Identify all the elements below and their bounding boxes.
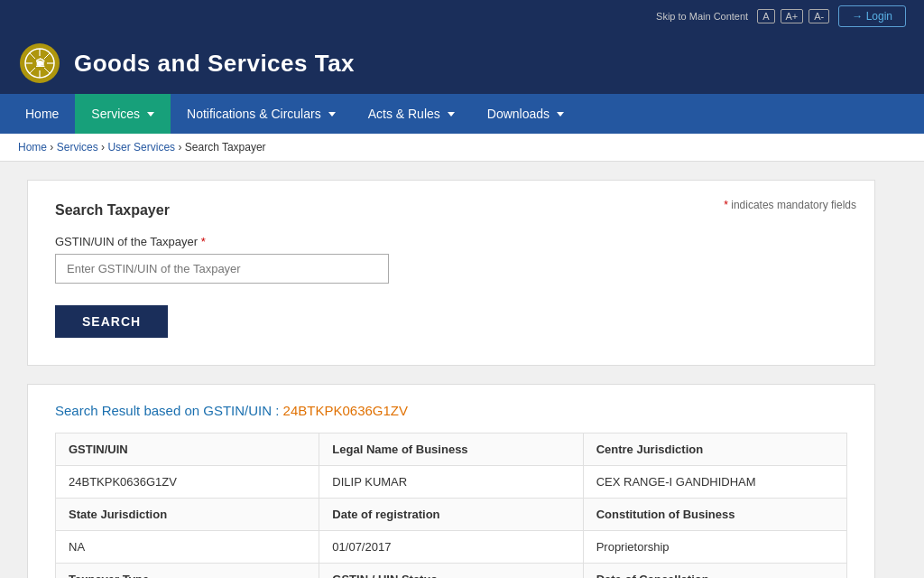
col-legal-name-value: DILIP KUMAR [319,466,583,499]
col-gstin-status-header: GSTIN / UIN Status [319,564,583,579]
skip-to-main-link[interactable]: Skip to Main Content [656,11,748,22]
site-header: 🏛 Goods and Services Tax [0,33,924,94]
downloads-dropdown-icon [557,112,564,117]
gstin-field-label: GSTIN/UIN of the Taxpayer * [55,235,847,248]
acts-dropdown-icon [448,112,455,117]
site-title: Goods and Services Tax [74,50,355,78]
result-gstin-value: 24BTKPK0636G1ZV [283,403,408,418]
nav-home-label: Home [25,107,59,121]
nav-downloads-label: Downloads [487,107,550,121]
col-centre-jurisdiction-header: Centre Jurisdiction [583,434,846,466]
mandatory-star: * [724,199,728,211]
top-bar: Skip to Main Content A A+ A- → Login [0,0,924,33]
services-dropdown-icon [147,112,154,117]
gstin-required-star: * [201,235,206,248]
nav-item-notifications[interactable]: Notifications & Circulars [171,94,352,134]
breadcrumb-current: Search Taxpayer [185,141,266,154]
result-title: Search Result based on GSTIN/UIN : 24BTK… [55,403,847,418]
breadcrumb-services[interactable]: Services [57,141,98,154]
col-date-registration-value: 01/07/2017 [319,531,583,564]
site-logo: 🏛 [18,42,61,85]
nav-acts-label: Acts & Rules [368,107,440,121]
top-bar-links: Skip to Main Content A A+ A- → Login [656,5,906,27]
col-constitution-value: Proprietorship [583,531,846,564]
svg-point-3 [37,61,42,66]
font-size-controls: A A+ A- [757,9,829,23]
table-row: 24BTKPK0636G1ZV DILIP KUMAR CEX RANGE-I … [56,466,847,499]
nav-item-services[interactable]: Services [75,94,171,134]
main-content: * indicates mandatory fields Search Taxp… [0,162,902,578]
nav-notifications-label: Notifications & Circulars [187,107,321,121]
search-button[interactable]: SEARCH [55,305,168,338]
col-gstin-value: 24BTKPK0636G1ZV [56,466,319,499]
login-icon: → [852,10,863,23]
nav-item-home[interactable]: Home [9,94,75,134]
table-row: Taxpayer Type GSTIN / UIN Status Date of… [56,564,847,579]
result-table: GSTIN/UIN Legal Name of Business Centre … [55,433,847,578]
mandatory-note: * indicates mandatory fields [724,199,856,211]
nav-item-acts[interactable]: Acts & Rules [352,94,471,134]
login-button[interactable]: → Login [838,5,906,27]
col-constitution-header: Constitution of Business [583,499,846,531]
col-cancellation-header: Date of Cancellation [583,564,846,579]
main-navbar: Home Services Notifications & Circulars … [0,94,924,134]
col-gstin-header: GSTIN/UIN [56,434,319,466]
table-row: NA 01/07/2017 Proprietorship [56,531,847,564]
nav-services-label: Services [91,107,140,121]
notifications-dropdown-icon [328,112,336,117]
col-taxpayer-type-header: Taxpayer Type [56,564,319,579]
table-row: GSTIN/UIN Legal Name of Business Centre … [56,434,847,466]
col-centre-jurisdiction-value: CEX RANGE-I GANDHIDHAM [583,466,846,499]
search-result-section: Search Result based on GSTIN/UIN : 24BTK… [27,384,875,578]
breadcrumb: Home › Services › User Services › Search… [0,134,924,162]
font-normal-button[interactable]: A [757,9,774,23]
font-decrease-button[interactable]: A- [808,9,829,23]
gstin-input[interactable] [55,254,389,284]
col-state-jurisdiction-header: State Jurisdiction [56,499,319,531]
col-date-registration-header: Date of registration [319,499,583,531]
nav-item-downloads[interactable]: Downloads [471,94,580,134]
search-form-section: * indicates mandatory fields Search Taxp… [27,180,875,366]
col-legal-name-header: Legal Name of Business [319,434,583,466]
ashoka-emblem-icon: 🏛 [18,42,61,85]
font-increase-button[interactable]: A+ [781,9,804,23]
breadcrumb-user-services[interactable]: User Services [107,141,175,154]
breadcrumb-home[interactable]: Home [18,141,47,154]
table-row: State Jurisdiction Date of registration … [56,499,847,531]
col-state-jurisdiction-value: NA [56,531,319,564]
